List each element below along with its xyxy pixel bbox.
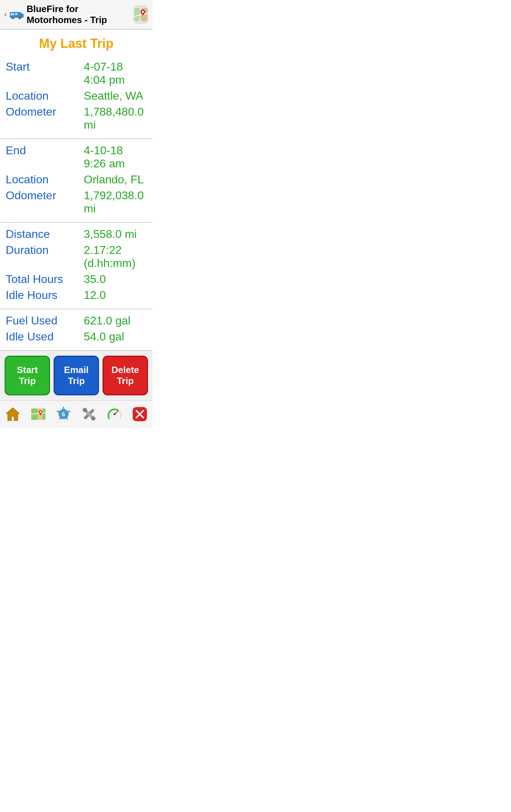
nav-map[interactable] xyxy=(26,404,51,424)
end-value: 4-10-18 9:26 am xyxy=(84,144,147,170)
map-pin-icon xyxy=(133,7,148,22)
section-title: My Last Trip xyxy=(0,30,153,55)
idle-used-label: Idle Used xyxy=(6,330,84,343)
fuel-used-row: Fuel Used 621.0 gal xyxy=(6,313,147,329)
nav-tools[interactable] xyxy=(76,404,102,424)
end-label: End xyxy=(6,144,84,157)
nav-home[interactable] xyxy=(0,404,26,424)
start-row: Start 4-07-18 4:04 pm xyxy=(6,59,147,88)
idle-hours-row: Idle Hours 12.0 xyxy=(6,287,147,303)
svg-point-29 xyxy=(83,408,87,412)
nav-badge[interactable]: 6 xyxy=(51,404,76,424)
email-trip-button[interactable]: Email Trip xyxy=(54,356,99,395)
distance-row: Distance 3,558.0 mi xyxy=(6,226,147,242)
bottom-nav: 6 xyxy=(0,400,153,428)
action-buttons: Start Trip Email Trip Delete Trip xyxy=(0,351,153,400)
header-left: ‹ BlueFire for Motorhomes - Trip xyxy=(4,4,133,26)
start-odometer-value: 1,788,480.0 mi xyxy=(84,105,147,132)
svg-point-7 xyxy=(20,17,21,18)
end-section: End 4-10-18 9:26 am Location Orlando, FL… xyxy=(0,139,153,223)
svg-point-31 xyxy=(114,413,116,415)
distance-value: 3,558.0 mi xyxy=(84,228,137,241)
idle-hours-label: Idle Hours xyxy=(6,289,84,302)
end-odometer-value: 1,792,038.0 mi xyxy=(84,189,147,215)
svg-point-30 xyxy=(92,417,95,420)
svg-point-15 xyxy=(142,11,144,13)
header-title: BlueFire for Motorhomes - Trip xyxy=(27,4,133,26)
tools-icon xyxy=(81,406,97,422)
idle-used-row: Idle Used 54.0 gal xyxy=(6,329,147,345)
end-location-label: Location xyxy=(6,173,84,186)
idle-used-value: 54.0 gal xyxy=(84,330,124,343)
stats-section: Distance 3,558.0 mi Duration 2.17:22 (d.… xyxy=(0,223,153,309)
start-trip-button[interactable]: Start Trip xyxy=(5,356,50,395)
start-odometer-label: Odometer xyxy=(6,105,84,118)
svg-rect-8 xyxy=(10,14,10,16)
svg-text:6: 6 xyxy=(62,411,65,417)
start-value: 4-07-18 4:04 pm xyxy=(84,60,147,87)
motorhome-icon xyxy=(10,9,24,21)
duration-value: 2.17:22 (d.hh:mm) xyxy=(84,244,147,270)
delete-trip-button[interactable]: Delete Trip xyxy=(103,356,148,395)
app-header: ‹ BlueFire for Motorhomes - Trip xyxy=(0,0,153,30)
svg-point-23 xyxy=(39,411,41,413)
start-location-label: Location xyxy=(6,89,84,102)
end-location-row: Location Orlando, FL xyxy=(6,172,147,188)
close-nav-icon xyxy=(132,406,148,422)
start-odometer-row: Odometer 1,788,480.0 mi xyxy=(6,104,147,133)
fuel-section: Fuel Used 621.0 gal Idle Used 54.0 gal xyxy=(0,309,153,351)
svg-marker-17 xyxy=(6,408,19,421)
total-hours-value: 35.0 xyxy=(84,273,106,286)
svg-rect-1 xyxy=(21,14,23,18)
end-odometer-row: Odometer 1,792,038.0 mi xyxy=(6,188,147,217)
duration-row: Duration 2.17:22 (d.hh:mm) xyxy=(6,242,147,271)
total-hours-row: Total Hours 35.0 xyxy=(6,271,147,287)
end-location-value: Orlando, FL xyxy=(84,173,144,186)
duration-label: Duration xyxy=(6,244,84,257)
nav-gauge[interactable] xyxy=(102,404,127,424)
nav-close[interactable] xyxy=(127,404,153,424)
fuel-used-label: Fuel Used xyxy=(6,314,84,327)
end-odometer-label: Odometer xyxy=(6,189,84,202)
start-section: Start 4-07-18 4:04 pm Location Seattle, … xyxy=(0,55,153,139)
gauge-icon xyxy=(107,406,122,422)
back-arrow-icon[interactable]: ‹ xyxy=(4,10,7,19)
total-hours-label: Total Hours xyxy=(6,273,84,286)
distance-label: Distance xyxy=(6,228,84,241)
map-nav-icon xyxy=(31,406,46,422)
start-location-row: Location Seattle, WA xyxy=(6,88,147,104)
fuel-used-value: 621.0 gal xyxy=(84,314,131,327)
svg-rect-20 xyxy=(43,408,45,420)
home-icon xyxy=(5,406,21,422)
svg-point-5 xyxy=(12,17,13,18)
start-label: Start xyxy=(6,60,84,73)
badge-icon: 6 xyxy=(56,406,71,422)
idle-hours-value: 12.0 xyxy=(84,289,106,302)
svg-rect-2 xyxy=(11,13,14,16)
map-icon-button[interactable] xyxy=(133,5,148,24)
end-row: End 4-10-18 9:26 am xyxy=(6,143,147,172)
svg-rect-3 xyxy=(15,13,18,15)
start-location-value: Seattle, WA xyxy=(84,89,143,102)
